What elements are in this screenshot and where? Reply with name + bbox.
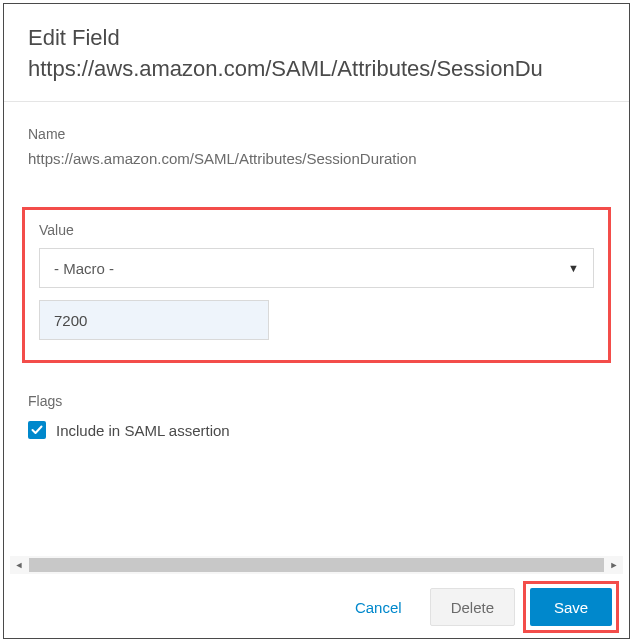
save-button[interactable]: Save <box>530 588 612 626</box>
edit-field-dialog: Edit Field https://aws.amazon.com/SAML/A… <box>3 3 630 639</box>
dialog-title: Edit Field <box>28 24 605 53</box>
macro-dropdown-text: - Macro - <box>54 260 114 277</box>
value-input[interactable] <box>39 300 269 340</box>
cancel-button[interactable]: Cancel <box>335 588 422 626</box>
dialog-footer: Cancel Delete Save <box>4 576 629 638</box>
horizontal-scrollbar[interactable]: ◄ ► <box>10 556 623 574</box>
checkbox-label: Include in SAML assertion <box>56 422 230 439</box>
scroll-right-arrow[interactable]: ► <box>605 556 623 574</box>
flags-label: Flags <box>28 393 605 409</box>
name-value: https://aws.amazon.com/SAML/Attributes/S… <box>28 150 605 167</box>
value-label: Value <box>39 222 594 238</box>
include-saml-checkbox[interactable] <box>28 421 46 439</box>
scroll-track[interactable] <box>29 558 604 572</box>
scroll-left-arrow[interactable]: ◄ <box>10 556 28 574</box>
name-label: Name <box>28 126 605 142</box>
dialog-header: Edit Field https://aws.amazon.com/SAML/A… <box>4 4 629 102</box>
checkbox-row: Include in SAML assertion <box>28 421 605 439</box>
delete-button[interactable]: Delete <box>430 588 515 626</box>
value-section-highlight: Value - Macro - ▼ <box>22 207 611 363</box>
macro-dropdown[interactable]: - Macro - ▼ <box>39 248 594 288</box>
chevron-down-icon: ▼ <box>568 262 579 274</box>
check-icon <box>31 424 43 436</box>
flags-section: Flags Include in SAML assertion <box>28 393 605 439</box>
dialog-subtitle: https://aws.amazon.com/SAML/Attributes/S… <box>28 55 605 84</box>
save-button-highlight: Save <box>523 581 619 633</box>
